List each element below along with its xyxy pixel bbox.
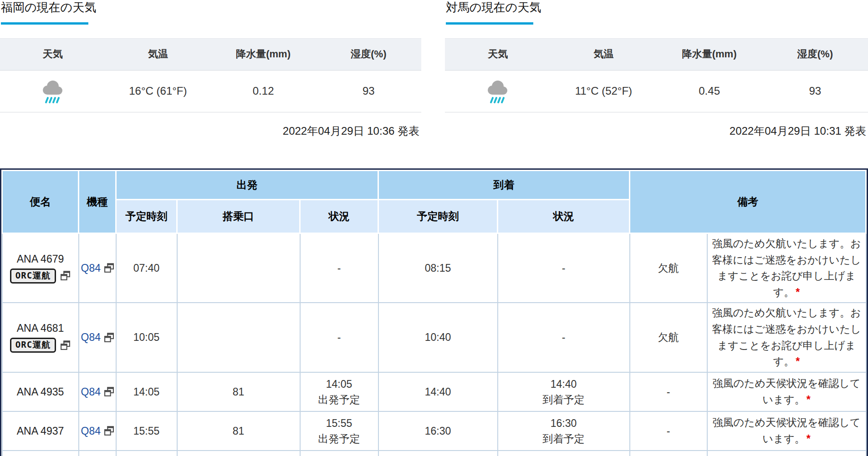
aircraft-cell: Q84 <box>79 233 116 303</box>
operator-badge-link[interactable]: ORC運航 <box>5 269 77 284</box>
header-arr-scheduled: 予定時刻 <box>378 199 498 233</box>
flight-number: ANA 4935 <box>5 386 77 398</box>
aircraft-type[interactable]: Q84 <box>81 262 101 274</box>
humidity-value: 93 <box>762 70 868 112</box>
open-new-window-icon[interactable] <box>60 340 71 350</box>
announced-timestamp: 2022年04月29日 10:31 発表 <box>445 124 868 138</box>
column-header-weather: 天気 <box>445 38 551 70</box>
flight-row: ANA 4939 Q84 18:10 81 18:10 出発予定 18:45 1… <box>2 451 866 456</box>
open-new-window-icon[interactable] <box>104 263 114 273</box>
open-new-window-icon[interactable] <box>104 333 114 343</box>
arr-status-cell: 18:45 到着予定 <box>498 451 630 456</box>
header-arrival: 到着 <box>378 170 630 199</box>
weather-data-row: 16°C (61°F) 0.12 93 <box>0 70 421 112</box>
header-dep-status: 状況 <box>300 199 378 233</box>
operator-badge[interactable]: ORC運航 <box>10 269 56 284</box>
open-new-window-icon[interactable] <box>104 387 114 397</box>
aircraft-cell: Q84 <box>79 372 116 411</box>
remarks-cell: 強風のため天候状況を確認しています。* <box>707 411 866 451</box>
flight-number-cell: ANA 4679 ORC運航 <box>2 233 79 303</box>
dep-status-cell: - <box>300 233 378 303</box>
header-flight: 便名 <box>2 170 79 233</box>
flight-status-cell: 欠航 <box>630 303 707 372</box>
open-new-window-icon[interactable] <box>104 426 114 436</box>
operator-badge-link[interactable]: ORC運航 <box>5 338 77 353</box>
dep-time-cell: 07:40 <box>116 233 177 303</box>
arr-time-cell: 10:40 <box>378 303 498 372</box>
arr-status-cell: 14:40 到着予定 <box>498 372 630 411</box>
flight-status-cell: - <box>630 411 707 451</box>
remark-text: 強風のため天候状況を確認しています。 <box>712 416 860 445</box>
weather-condition-cell <box>445 70 551 112</box>
dep-status-cell: 14:05 出発予定 <box>300 372 378 411</box>
gate-cell <box>177 303 300 372</box>
flight-row: ANA 4679 ORC運航 Q84 <box>2 233 866 303</box>
rain-cloud-icon <box>485 78 511 104</box>
page-title: 対馬の現在の天気 <box>445 1 868 15</box>
temperature-value: 11°C (52°F) <box>551 70 656 112</box>
column-header-precipitation: 降水量(mm) <box>657 38 762 70</box>
gate-cell: 81 <box>177 372 300 411</box>
flight-number: ANA 4681 <box>5 322 77 334</box>
dep-time-cell: 15:55 <box>116 411 177 451</box>
dep-time-cell: 14:05 <box>116 372 177 411</box>
dep-time-cell: 10:05 <box>116 303 177 372</box>
weather-panel-fukuoka: 福岡の現在の天気 天気 気温 降水量(mm) 湿度(%) <box>0 1 421 138</box>
flight-number: ANA 4937 <box>5 425 77 437</box>
column-header-precipitation: 降水量(mm) <box>211 38 316 70</box>
flight-status-cell: - <box>630 451 707 456</box>
remark-text: 強風のため欠航いたします。お客様にはご迷惑をおかけいたしますことをお詫び申し上げ… <box>712 307 861 367</box>
remarks-cell: 強風のため欠航いたします。お客様にはご迷惑をおかけいたしますことをお詫び申し上げ… <box>707 303 866 372</box>
remark-text: 強風のため天候状況を確認しています。 <box>712 377 860 405</box>
weather-table: 天気 気温 降水量(mm) 湿度(%) <box>0 38 421 112</box>
header-aircraft: 機種 <box>79 170 116 233</box>
dep-status-cell: 18:10 出発予定 <box>300 451 378 456</box>
arr-time-cell: 16:30 <box>378 411 498 451</box>
open-new-window-icon[interactable] <box>60 271 71 281</box>
aircraft-cell: Q84 <box>79 411 116 451</box>
column-header-temperature: 気温 <box>105 38 210 70</box>
remark-asterisk: * <box>807 394 811 405</box>
remarks-cell: 強風のため天候状況を確認しています。* <box>707 451 866 456</box>
gate-cell <box>177 233 300 303</box>
flight-number-cell: ANA 4937 <box>2 411 79 451</box>
weather-condition-cell <box>0 70 105 112</box>
aircraft-link[interactable]: Q84 <box>81 425 114 437</box>
header-departure: 出発 <box>116 170 378 199</box>
aircraft-type[interactable]: Q84 <box>81 331 101 344</box>
flight-status-cell: - <box>630 372 707 411</box>
header-dep-gate: 搭乗口 <box>177 199 300 233</box>
humidity-value: 93 <box>316 70 421 112</box>
aircraft-type[interactable]: Q84 <box>81 386 101 398</box>
remark-text: 強風のため欠航いたします。お客様にはご迷惑をおかけいたしますことをお詫び申し上げ… <box>712 238 861 298</box>
remark-asterisk: * <box>796 286 800 298</box>
header-remarks: 備考 <box>630 170 866 233</box>
column-header-humidity: 湿度(%) <box>762 38 868 70</box>
aircraft-cell: Q84 <box>79 303 116 372</box>
arr-time-cell: 08:15 <box>378 233 498 303</box>
flight-row: ANA 4937 Q84 15:55 81 15:55 出発予定 16:30 1… <box>2 411 866 451</box>
column-header-weather: 天気 <box>0 38 105 70</box>
aircraft-link[interactable]: Q84 <box>81 262 114 274</box>
gate-cell: 81 <box>177 411 300 451</box>
announced-timestamp: 2022年04月29日 10:36 発表 <box>0 124 421 138</box>
operator-badge[interactable]: ORC運航 <box>10 338 56 353</box>
header-arr-status: 状況 <box>498 199 630 233</box>
aircraft-link[interactable]: Q84 <box>81 331 114 344</box>
arr-status-cell: 16:30 到着予定 <box>498 411 630 451</box>
weather-table: 天気 気温 降水量(mm) 湿度(%) <box>445 38 868 112</box>
weather-data-row: 11°C (52°F) 0.45 93 <box>445 70 868 112</box>
aircraft-link[interactable]: Q84 <box>81 386 114 398</box>
precipitation-value: 0.12 <box>211 70 316 112</box>
weather-section: 福岡の現在の天気 天気 気温 降水量(mm) 湿度(%) <box>0 0 868 138</box>
arr-time-cell: 18:45 <box>378 451 498 456</box>
remark-asterisk: * <box>807 433 811 445</box>
title-underline <box>446 22 533 25</box>
precipitation-value: 0.45 <box>657 70 762 112</box>
remarks-cell: 強風のため欠航いたします。お客様にはご迷惑をおかけいたしますことをお詫び申し上げ… <box>707 233 866 303</box>
aircraft-type[interactable]: Q84 <box>81 425 101 437</box>
rain-cloud-icon <box>40 78 66 104</box>
flight-number-cell: ANA 4681 ORC運航 <box>2 303 79 372</box>
weather-panel-tsushima: 対馬の現在の天気 天気 気温 降水量(mm) 湿度(%) <box>445 1 868 138</box>
flight-row: ANA 4681 ORC運航 Q84 <box>2 303 866 372</box>
